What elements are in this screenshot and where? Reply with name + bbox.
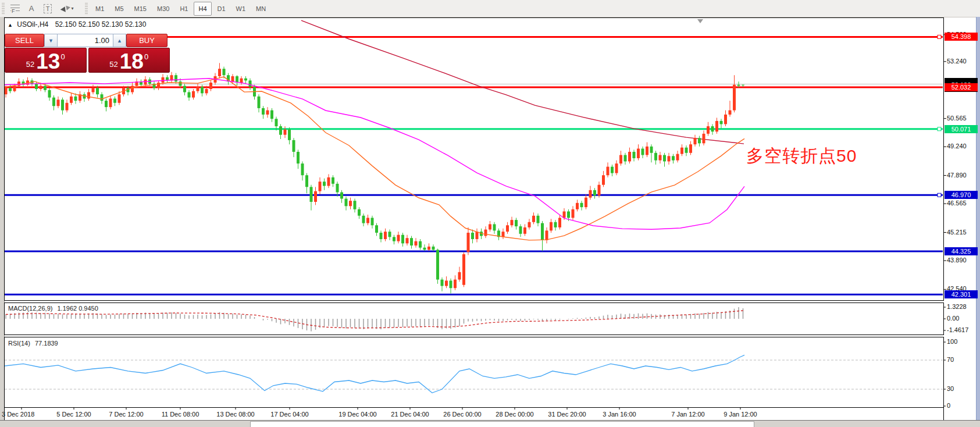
price-label-42.301: 42.301 bbox=[945, 290, 978, 298]
price-label-46.970: 46.970 bbox=[945, 191, 978, 199]
candle-body bbox=[528, 222, 531, 227]
buy-price-tile[interactable]: 52 18 0 bbox=[88, 48, 170, 73]
candle-body bbox=[201, 87, 204, 93]
candle-body bbox=[92, 88, 95, 92]
candle-body bbox=[40, 86, 42, 89]
candle-body bbox=[628, 152, 631, 161]
candle-body bbox=[183, 86, 186, 92]
candle-body bbox=[519, 226, 522, 234]
line-endpoint-marker[interactable] bbox=[938, 127, 941, 131]
candle-body bbox=[279, 126, 282, 135]
pane-border bbox=[5, 337, 944, 408]
candle-body bbox=[297, 152, 300, 163]
candle-body bbox=[703, 134, 705, 143]
candle-body bbox=[546, 230, 548, 240]
sell-button[interactable]: SELL bbox=[5, 34, 44, 47]
candle-body bbox=[441, 280, 444, 286]
candle-body bbox=[689, 144, 692, 153]
candle-body bbox=[589, 190, 592, 198]
candle-body bbox=[720, 121, 723, 124]
candle-body bbox=[663, 155, 666, 161]
price-tick-43.890: 43.890 bbox=[947, 257, 979, 264]
candle-body bbox=[654, 153, 657, 161]
volume-input[interactable] bbox=[58, 34, 113, 47]
candle-body bbox=[462, 254, 465, 285]
candle-body bbox=[162, 77, 165, 83]
candle-body bbox=[366, 218, 369, 223]
line-endpoint-marker[interactable] bbox=[938, 193, 941, 197]
indicator-tick-30: 30 bbox=[947, 385, 979, 392]
symbol-label: USOil-,H4 bbox=[17, 20, 48, 29]
chart-annotation-text: 多空转折点50 bbox=[746, 144, 857, 168]
candle-body bbox=[336, 184, 339, 193]
candle-body bbox=[319, 182, 322, 191]
candle-body bbox=[74, 97, 77, 101]
collapse-triangle-icon[interactable]: ▲ bbox=[8, 22, 13, 28]
time-tick-7-Dec-12-00: 7 Dec 12:00 bbox=[109, 411, 143, 418]
candle-body bbox=[284, 130, 287, 135]
candle-body bbox=[205, 89, 208, 93]
candle-body bbox=[467, 233, 470, 252]
candle-body bbox=[109, 98, 112, 107]
volume-down-spinner[interactable]: ▼ bbox=[44, 34, 58, 47]
candle-body bbox=[66, 103, 69, 111]
candle-body bbox=[593, 190, 596, 195]
candle-body bbox=[371, 218, 374, 225]
candle-body bbox=[9, 88, 12, 91]
price-tick-45.215: 45.215 bbox=[947, 229, 979, 236]
candle-body bbox=[13, 86, 16, 91]
candle-body bbox=[659, 155, 662, 160]
sell-price-sup: 0 bbox=[60, 52, 65, 61]
candle-body bbox=[676, 154, 679, 161]
candle-body bbox=[471, 233, 474, 239]
candle-body bbox=[694, 138, 697, 144]
candle-body bbox=[563, 211, 566, 218]
candle-body bbox=[293, 140, 295, 152]
line-endpoint-marker[interactable] bbox=[938, 35, 941, 38]
candle-body bbox=[611, 167, 614, 173]
chart-shift-marker[interactable] bbox=[697, 19, 703, 23]
candle-body bbox=[358, 209, 361, 216]
candle-body bbox=[258, 97, 261, 108]
candle-body bbox=[576, 203, 579, 209]
candle-body bbox=[489, 224, 491, 229]
candle-body bbox=[323, 182, 326, 186]
volume-up-spinner[interactable]: ▲ bbox=[113, 34, 126, 47]
candle-body bbox=[223, 69, 226, 75]
candle-body bbox=[57, 99, 60, 106]
candle-body bbox=[105, 101, 108, 107]
candle-body bbox=[197, 87, 199, 91]
buy-button[interactable]: BUY bbox=[126, 34, 168, 47]
candle-body bbox=[118, 94, 121, 103]
candle-body bbox=[44, 86, 47, 90]
candle-body bbox=[192, 91, 195, 98]
candle-body bbox=[349, 201, 352, 206]
candle-body bbox=[567, 211, 570, 218]
candle-body bbox=[698, 138, 701, 143]
sell-price-tile[interactable]: 52 13 0 bbox=[5, 48, 87, 73]
candle-body bbox=[558, 218, 561, 227]
time-tick-19-Dec-04-00: 19 Dec 04:00 bbox=[338, 411, 376, 418]
candle-body bbox=[598, 185, 601, 195]
buy-price-sup: 0 bbox=[144, 52, 148, 61]
time-tick-13-Dec-08-00: 13 Dec 08:00 bbox=[216, 411, 254, 418]
candle-body bbox=[580, 203, 583, 207]
candle-body bbox=[262, 108, 265, 115]
candle-body bbox=[415, 241, 418, 245]
candle-body bbox=[389, 232, 391, 237]
macd-values: 1.1962 0.9450 bbox=[57, 305, 98, 312]
price-label-50.071: 50.071 bbox=[945, 125, 978, 133]
indicator-tick-0.00: 0.00 bbox=[947, 315, 979, 322]
candle-body bbox=[554, 222, 557, 227]
rsi-title: RSI(14) bbox=[8, 340, 30, 347]
candle-body bbox=[680, 148, 683, 154]
candle-body bbox=[270, 111, 273, 119]
candle-body bbox=[585, 198, 587, 207]
candle-body bbox=[646, 147, 648, 155]
candle-body bbox=[715, 121, 718, 131]
candle-body bbox=[515, 220, 518, 226]
candle-body bbox=[380, 233, 383, 239]
candle-body bbox=[454, 280, 457, 289]
candle-body bbox=[179, 81, 182, 86]
candle-body bbox=[340, 193, 343, 199]
